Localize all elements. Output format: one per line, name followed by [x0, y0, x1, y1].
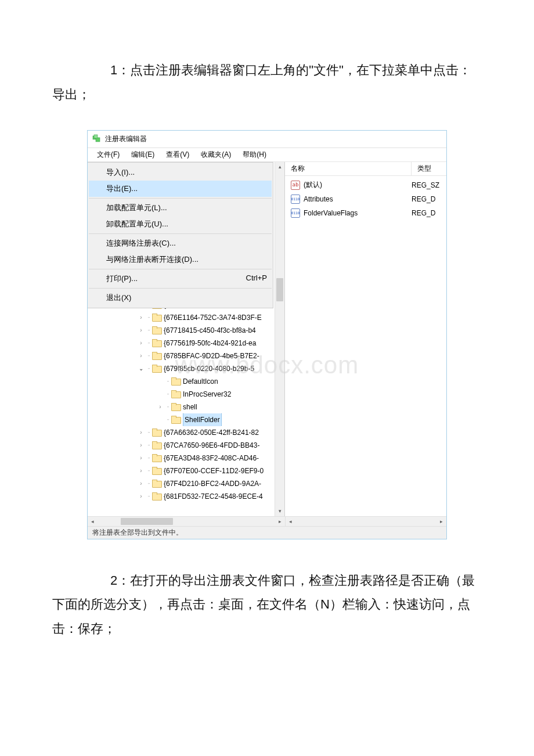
- menu-separator: [89, 198, 272, 199]
- tree-item[interactable]: ›··{681FD532-7EC2-4548-9ECE-4: [88, 490, 284, 503]
- p2-text: 2：在打开的导出注册表文件窗口，检查注册表路径是否正确（最下面的所选分支），再点…: [52, 573, 475, 636]
- menu-item-label: 导出(E)...: [106, 183, 138, 194]
- menu-separator: [89, 288, 272, 289]
- chevron-right-icon[interactable]: ›: [137, 337, 145, 350]
- chevron-right-icon[interactable]: ›: [137, 439, 145, 452]
- chevron-right-icon[interactable]: ›: [137, 311, 145, 324]
- tree-item[interactable]: ›··shell: [88, 401, 284, 413]
- tree-line-icon: ··: [145, 311, 152, 324]
- value-name: FolderValueFlags: [304, 209, 412, 217]
- menu-item[interactable]: 连接网络注册表(C)...: [89, 235, 272, 251]
- tree-item[interactable]: ›··{67EA3D48-83F2-408C-AD46-: [88, 452, 284, 465]
- menu-item-label: 退出(X): [106, 293, 131, 303]
- menu-edit[interactable]: 编辑(E): [125, 148, 160, 161]
- tree-line-icon: ··: [145, 337, 152, 350]
- scroll-thumb[interactable]: [276, 278, 283, 301]
- values-header: 名称 类型: [285, 162, 446, 176]
- chevron-right-icon[interactable]: ›: [156, 401, 164, 413]
- tree-item[interactable]: ›··{67A66362-050E-42ff-B241-82: [88, 426, 284, 439]
- tree-item[interactable]: ··InProcServer32: [88, 388, 284, 401]
- chevron-right-icon[interactable]: ›: [137, 350, 145, 362]
- tree-item-label: InProcServer32: [183, 388, 231, 401]
- chevron-right-icon[interactable]: ›: [137, 477, 145, 490]
- hscroll-right-icon[interactable]: ▸: [275, 517, 285, 526]
- chevron-right-icon[interactable]: ›: [137, 490, 145, 503]
- menu-item[interactable]: 加载配置单元(L)...: [89, 200, 272, 216]
- folder-icon: [152, 429, 161, 437]
- tree-line-icon: ··: [145, 362, 152, 375]
- folder-icon: [152, 441, 161, 449]
- menu-file[interactable]: 文件(F): [91, 148, 125, 161]
- tree-item-label: {679f85cb-0220-4080-b29b-5: [164, 362, 254, 375]
- chevron-down-icon[interactable]: ⌄: [137, 362, 145, 375]
- menu-item-label: 导入(I)...: [106, 167, 135, 178]
- col-name[interactable]: 名称: [285, 162, 412, 175]
- tree-line-icon: ··: [145, 490, 152, 503]
- tree-item-label: {67F07E00-CCEF-11D2-9EF9-0: [164, 465, 264, 477]
- menu-item[interactable]: 导出(E)...: [89, 181, 272, 197]
- tree-item[interactable]: ›··{67F4D210-BFC2-4ADD-9A2A-: [88, 477, 284, 490]
- chevron-right-icon[interactable]: ›: [137, 452, 145, 465]
- window-title: 注册表编辑器: [105, 134, 147, 144]
- string-value-icon: ab: [291, 181, 300, 190]
- statusbar: 将注册表全部导出到文件中。: [88, 526, 446, 539]
- tree-item[interactable]: ›··{677561f9-50fc-4b24-921d-ea: [88, 337, 284, 350]
- tree-item-label: {67A66362-050E-42ff-B241-82: [164, 426, 259, 439]
- menu-item[interactable]: 打印(P)...Ctrl+P: [89, 271, 272, 287]
- value-row[interactable]: 0110AttributesREG_D: [285, 192, 446, 206]
- tree-item-label: {676E1164-752C-3A74-8D3F-E: [164, 311, 262, 324]
- folder-icon: [152, 467, 161, 475]
- chevron-right-icon[interactable]: ›: [137, 465, 145, 477]
- folder-icon: [152, 326, 161, 334]
- menu-item[interactable]: 卸载配置单元(U)...: [89, 216, 272, 232]
- hscroll-left-icon[interactable]: ◂: [88, 517, 98, 526]
- svg-rect-2: [94, 135, 98, 138]
- col-type[interactable]: 类型: [412, 162, 446, 175]
- tree-item[interactable]: ›··{67718415-c450-4f3c-bf8a-b4: [88, 324, 284, 337]
- menu-favorites[interactable]: 收藏夹(A): [195, 148, 237, 161]
- tree-item-label: ShellFolder: [183, 413, 222, 426]
- menu-item-label: 打印(P)...: [106, 273, 138, 284]
- menu-view[interactable]: 查看(V): [160, 148, 195, 161]
- chevron-right-icon[interactable]: ›: [137, 426, 145, 439]
- menu-item[interactable]: 导入(I)...: [89, 164, 272, 181]
- folder-icon: [152, 480, 161, 488]
- menu-item[interactable]: 退出(X): [89, 290, 272, 306]
- values-pane: 名称 类型 ab(默认)REG_SZ0110AttributesREG_D011…: [285, 162, 446, 516]
- menu-item-label: 连接网络注册表(C)...: [106, 238, 176, 249]
- folder-icon: [152, 454, 161, 462]
- menu-item[interactable]: 与网络注册表断开连接(D)...: [89, 251, 272, 268]
- tree-line-icon: ··: [145, 426, 152, 439]
- registry-tree[interactable]: ›··{67677441-3350-45B4-9455-4›··{676E116…: [88, 304, 284, 503]
- tree-line-icon: ··: [145, 465, 152, 477]
- tree-item[interactable]: ··DefaultIcon: [88, 375, 284, 388]
- hscroll-left-icon-right[interactable]: ◂: [286, 517, 295, 526]
- folder-icon: [152, 365, 161, 373]
- value-row[interactable]: 0110FolderValueFlagsREG_D: [285, 206, 446, 220]
- hscroll-right-icon-right[interactable]: ▸: [436, 517, 446, 526]
- scroll-up-icon[interactable]: ▴: [275, 162, 284, 172]
- folder-icon: [152, 352, 161, 360]
- menu-separator: [89, 269, 272, 269]
- tree-item[interactable]: ··ShellFolder: [88, 413, 284, 426]
- value-name: (默认): [304, 180, 412, 190]
- menu-separator: [89, 233, 272, 234]
- folder-icon: [152, 314, 161, 322]
- chevron-right-icon[interactable]: ›: [137, 324, 145, 337]
- horizontal-scrollbars: ◂ ▸ ◂ ▸: [88, 516, 446, 526]
- tree-line-icon: ··: [164, 388, 171, 401]
- scroll-down-icon[interactable]: ▾: [275, 506, 284, 516]
- file-menu-dropdown: 导入(I)...导出(E)...加载配置单元(L)...卸载配置单元(U)...…: [88, 162, 273, 308]
- value-row[interactable]: ab(默认)REG_SZ: [285, 178, 446, 192]
- tree-item[interactable]: ›··{67F07E00-CCEF-11D2-9EF9-0: [88, 465, 284, 477]
- tree-vertical-scrollbar[interactable]: ▴ ▾: [275, 162, 284, 516]
- tree-item[interactable]: ⌄··{679f85cb-0220-4080-b29b-5: [88, 362, 284, 375]
- menu-help[interactable]: 帮助(H): [237, 148, 272, 161]
- tree-item[interactable]: ›··{6785BFAC-9D2D-4be5-B7E2-: [88, 350, 284, 362]
- tree-line-icon: ··: [145, 452, 152, 465]
- tree-item-label: {681FD532-7EC2-4548-9ECE-4: [164, 490, 263, 503]
- value-type: REG_SZ: [412, 181, 446, 189]
- tree-item[interactable]: ›··{67CA7650-96E6-4FDD-BB43-: [88, 439, 284, 452]
- tree-item[interactable]: ›··{676E1164-752C-3A74-8D3F-E: [88, 311, 284, 324]
- hscroll-thumb-left[interactable]: [121, 518, 173, 525]
